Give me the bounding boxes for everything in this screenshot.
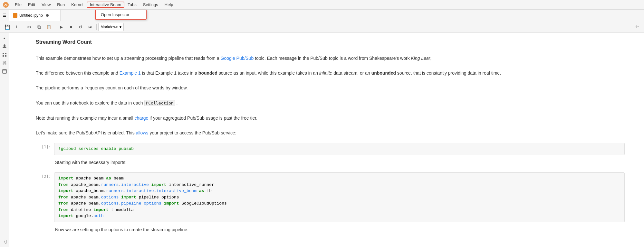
menu-settings[interactable]: Settings (140, 2, 161, 8)
svg-rect-5 (5, 55, 6, 57)
code-line-6: from datetime import timedelta (58, 207, 620, 213)
king-lear-italic: King Lear (411, 56, 430, 61)
cell-area: Streaming Word Count This example demons… (9, 33, 644, 241)
toolbar-separator-2 (55, 24, 55, 30)
notebook-content: Streaming Word Count This example demons… (9, 33, 644, 247)
para5: Note that running this example may incur… (36, 114, 625, 122)
svg-rect-4 (3, 55, 4, 57)
run-all-button[interactable]: ⏭ (86, 23, 95, 31)
code-line-4: from apache_beam.options import pipeline… (58, 194, 620, 201)
para4-cell: You can use this notebook to explore the… (35, 97, 625, 112)
menu-tabs[interactable]: Tabs (124, 2, 139, 8)
code-line-3: import apache_beam.runners.interactive.i… (58, 188, 620, 194)
sidebar-icon-person[interactable] (1, 42, 8, 50)
menubar: File Edit View Run Kernel Interactive Be… (0, 0, 644, 10)
para3: The pipeline performs a frequency count … (36, 84, 625, 91)
svg-rect-8 (3, 69, 6, 71)
toolbar-separator-3 (96, 24, 97, 30)
sidebar-icon-circle[interactable]: ● (1, 34, 8, 42)
tab-modified-dot (46, 14, 49, 17)
allows-link[interactable]: allows (136, 130, 149, 135)
heading-cell: Streaming Word Count (35, 33, 625, 52)
tab-label: Untitled.ipynb (19, 13, 43, 18)
sidebar-icon-square[interactable] (1, 68, 8, 75)
copy-button[interactable]: ⧉ (34, 23, 43, 31)
unbounded-bold: unbounded (371, 70, 396, 76)
cell-num-2: [2]: (35, 172, 54, 179)
para2-cell: The difference between this example and … (35, 67, 625, 82)
main-area: ● Streaming Word Count (0, 33, 644, 247)
svg-rect-3 (5, 53, 6, 54)
menu-open-inspector[interactable]: Open Inspector (96, 10, 146, 19)
menu-help[interactable]: Help (161, 2, 177, 8)
menu-view[interactable]: View (38, 2, 54, 8)
cell-num-1: [1]: (35, 143, 54, 149)
menu-kernel[interactable]: Kernel (68, 2, 87, 8)
paste-button[interactable]: 📋 (44, 23, 53, 31)
pcollection-inline: PCollection (144, 100, 175, 106)
notebook-tab[interactable]: Untitled.ipynb (9, 10, 61, 21)
para6-cell: Let's make sure the Pub/Sub API is enabl… (35, 127, 625, 142)
interrupt-button[interactable]: ■ (66, 23, 75, 31)
para1: This example demonstrates how to set up … (36, 55, 625, 62)
notebook-heading: Streaming Word Count (36, 38, 625, 46)
right-label: de (635, 25, 641, 29)
menu-edit[interactable]: Edit (25, 2, 38, 8)
imports-text: Starting with the necessary imports: (55, 159, 625, 166)
para1-cell: This example demonstrates how to set up … (35, 52, 625, 67)
app-logo (1, 0, 10, 9)
code-line-1: import apache_beam as beam (58, 175, 620, 182)
sidebar-icon-gear[interactable] (1, 59, 8, 67)
example1-link[interactable]: Example 1 (120, 70, 141, 76)
google-pubsub-link[interactable]: Google Pub/Sub (221, 56, 254, 61)
notebook-icon (13, 13, 17, 18)
streaming-options-para: Now we are setting up the options to cre… (55, 226, 625, 233)
cell-type-label: Markdown (101, 25, 118, 29)
menu-run[interactable]: Run (54, 2, 68, 8)
svg-rect-2 (3, 53, 4, 54)
infinite-italic: infinite (319, 70, 332, 76)
cell-type-chevron: ▾ (120, 25, 121, 29)
charge-link[interactable]: charge (135, 115, 149, 121)
sidebar-icon-puzzle[interactable] (1, 238, 8, 246)
code-cell-2: [2]: import apache_beam as beam from apa… (35, 172, 625, 222)
code-line-2: from apache_beam.runners.interactive imp… (58, 182, 620, 188)
svg-point-6 (4, 62, 5, 64)
code-line-5: from apache_beam.options.pipeline_option… (58, 200, 620, 207)
cell-type-selector[interactable]: Markdown ▾ (98, 23, 124, 31)
toolbar: 💾 + ✂ ⧉ 📋 ▶ ■ ↺ ⏭ Markdown ▾ de (0, 21, 644, 33)
para6: Let's make sure the Pub/Sub API is enabl… (36, 129, 625, 136)
para3-cell: The pipeline performs a frequency count … (35, 82, 625, 96)
sidebar-icon-grid[interactable] (1, 51, 8, 59)
streaming-options-text: Now we are setting up the options to cre… (54, 224, 625, 241)
toolbar-separator-1 (23, 24, 23, 30)
svg-point-1 (4, 44, 5, 46)
run-cell-button[interactable]: ▶ (57, 23, 66, 31)
cut-button[interactable]: ✂ (25, 23, 34, 31)
menu-interactive-beam[interactable]: Interactive Beam (87, 2, 125, 8)
add-cell-button[interactable]: + (12, 23, 21, 31)
code-1-text: !gcloud services enable pubsub (58, 146, 134, 151)
menu-file[interactable]: File (12, 2, 25, 8)
code-input-2[interactable]: import apache_beam as beam from apache_b… (54, 172, 625, 222)
restart-button[interactable]: ↺ (76, 23, 85, 31)
sidebar-toggle-icon: ☰ (3, 13, 6, 18)
code-input-1[interactable]: !gcloud services enable pubsub (54, 143, 625, 155)
imports-heading: Starting with the necessary imports: (54, 156, 625, 171)
para5-cell: Note that running this example may incur… (35, 112, 625, 127)
code-line-7: import google.auth (58, 213, 620, 219)
save-button[interactable]: 💾 (3, 23, 12, 31)
para4: You can use this notebook to explore the… (36, 99, 625, 107)
para2: The difference between this example and … (36, 69, 625, 77)
bounded-bold: bounded (198, 70, 217, 76)
left-sidebar: ● (0, 33, 9, 247)
sidebar-toggle[interactable]: ☰ (0, 10, 9, 21)
code-cell-1: [1]: !gcloud services enable pubsub (35, 143, 625, 155)
